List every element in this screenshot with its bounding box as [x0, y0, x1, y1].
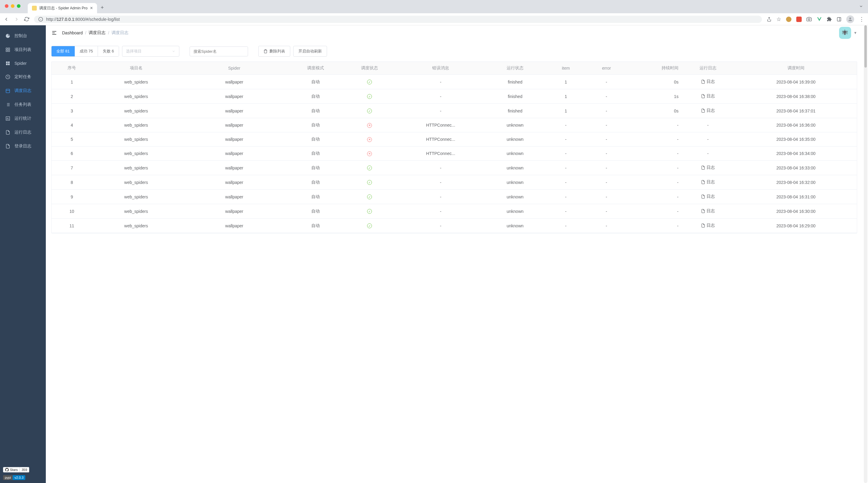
- sidebar-item-label: 运行日志: [14, 130, 31, 135]
- user-avatar-icon[interactable]: 🕷: [839, 27, 851, 39]
- sidebar-item-4[interactable]: 调度日志: [0, 84, 46, 98]
- scrollbar[interactable]: [864, 25, 867, 483]
- auto-refresh-button[interactable]: 开启自动刷新: [293, 46, 327, 57]
- table-row: 2web_spiderswallpaper自动✓-finished1-1s日志2…: [52, 89, 857, 104]
- th-duration: 持续时间: [627, 62, 681, 75]
- status-fail-icon: ✕: [367, 123, 372, 128]
- spider-search-input[interactable]: [190, 47, 248, 56]
- reload-button[interactable]: [24, 17, 29, 22]
- browser-tab[interactable]: 调度日志 - Spider Admin Pro ×: [28, 3, 97, 13]
- svg-point-4: [808, 19, 810, 20]
- th-run-log: 运行日志: [681, 62, 735, 75]
- log-link[interactable]: 日志: [701, 165, 715, 170]
- sidebar-item-label: 控制台: [14, 33, 27, 38]
- status-ok-icon: ✓: [367, 180, 372, 185]
- sidebar-item-6[interactable]: 运行统计: [0, 112, 46, 125]
- pypi-version-badge[interactable]: pypi v2.0.3: [3, 475, 25, 480]
- status-ok-icon: ✓: [367, 109, 372, 113]
- back-button[interactable]: [4, 17, 9, 22]
- th-spider: Spider: [180, 62, 288, 75]
- table-row: 6web_spiderswallpaper自动✕HTTPConnec...unk…: [52, 147, 857, 161]
- share-icon[interactable]: [767, 17, 772, 22]
- svg-rect-8: [6, 48, 7, 50]
- expand-tabs-icon[interactable]: [859, 4, 863, 8]
- svg-rect-9: [8, 48, 10, 50]
- table-row: 5web_spiderswallpaper自动✕HTTPConnec...unk…: [52, 132, 857, 147]
- log-link[interactable]: 日志: [701, 208, 715, 214]
- status-fail-icon: ✕: [367, 137, 372, 142]
- window-minimize-icon[interactable]: [11, 4, 14, 8]
- breadcrumb-item[interactable]: 调度日志: [89, 30, 105, 36]
- log-link[interactable]: 日志: [701, 223, 715, 228]
- sidebar-item-label: 调度日志: [14, 88, 31, 93]
- bookmark-icon[interactable]: ☆: [776, 16, 781, 23]
- svg-rect-14: [6, 64, 7, 65]
- sidebar-item-label: Spider: [14, 61, 27, 66]
- table-row: 8web_spiderswallpaper自动✓-unknown---日志202…: [52, 175, 857, 190]
- window-close-icon[interactable]: [5, 4, 8, 8]
- log-link[interactable]: 日志: [701, 79, 715, 84]
- sidebar-item-8[interactable]: 登录日志: [0, 139, 46, 153]
- sidebar-item-5[interactable]: 任务列表: [0, 98, 46, 112]
- window-maximize-icon[interactable]: [17, 4, 21, 8]
- scrollbar-thumb[interactable]: [864, 25, 867, 67]
- new-tab-button[interactable]: +: [101, 4, 104, 11]
- status-ok-icon: ✓: [367, 209, 372, 214]
- sidebar-item-label: 项目列表: [14, 47, 31, 53]
- log-link[interactable]: 日志: [701, 194, 715, 199]
- sidebar-item-label: 运行统计: [14, 116, 31, 121]
- doc-icon: [5, 144, 11, 149]
- svg-rect-13: [8, 61, 10, 63]
- extension-camera-icon[interactable]: [807, 17, 812, 22]
- log-link[interactable]: 日志: [701, 108, 715, 113]
- favicon-icon: [32, 6, 37, 10]
- sidebar-item-1[interactable]: 项目列表: [0, 43, 46, 57]
- extension-red-icon[interactable]: [796, 17, 802, 22]
- breadcrumb-item-current: 调度日志: [112, 30, 128, 36]
- hamburger-icon[interactable]: [51, 30, 57, 36]
- svg-rect-11: [8, 50, 10, 52]
- breadcrumb-item[interactable]: Dashboard: [62, 30, 83, 35]
- th-status: 调度状态: [342, 62, 397, 75]
- profile-avatar-icon[interactable]: [846, 16, 854, 23]
- th-mode: 调度模式: [288, 62, 343, 75]
- extension-cookie-icon[interactable]: [786, 17, 792, 22]
- log-link[interactable]: 日志: [701, 179, 715, 185]
- project-select[interactable]: 选择项目: [122, 46, 179, 57]
- list-icon: [5, 102, 11, 107]
- th-run-status: 运行状态: [485, 62, 546, 75]
- extension-vue-icon[interactable]: [816, 17, 822, 22]
- github-stars-badge[interactable]: Stars 359: [3, 467, 43, 473]
- sidepanel-icon[interactable]: [837, 17, 841, 22]
- menu-icon[interactable]: ⋮: [859, 16, 864, 23]
- table-row: 9web_spiderswallpaper自动✓-unknown---日志202…: [52, 190, 857, 204]
- sidebar-item-0[interactable]: 控制台: [0, 29, 46, 43]
- site-info-icon[interactable]: [38, 17, 43, 22]
- schedule-log-table: 序号 项目名 Spider 调度模式 调度状态 错误消息 运行状态 item e…: [52, 62, 857, 233]
- sidebar-item-7[interactable]: 运行日志: [0, 125, 46, 139]
- tab-close-icon[interactable]: ×: [90, 5, 93, 11]
- th-project: 项目名: [92, 62, 180, 75]
- delete-list-button[interactable]: 删除列表: [258, 46, 290, 57]
- url-bar[interactable]: http://127.0.0.1:8000/#/schedule-log/lis…: [34, 16, 762, 23]
- th-time: 调度时间: [735, 62, 857, 75]
- chart-icon: [5, 116, 11, 121]
- forward-button[interactable]: [14, 17, 19, 22]
- sidebar: 控制台项目列表Spider定时任务调度日志任务列表运行统计运行日志登录日志 St…: [0, 25, 46, 483]
- extensions-icon[interactable]: [827, 17, 832, 22]
- sidebar-item-2[interactable]: Spider: [0, 57, 46, 70]
- table-row: 3web_spiderswallpaper自动✓-finished1-0s日志2…: [52, 104, 857, 118]
- apps-icon: [5, 61, 11, 66]
- tab-title: 调度日志 - Spider Admin Pro: [39, 6, 87, 11]
- user-dropdown-icon[interactable]: ▼: [854, 31, 857, 35]
- filter-all-button[interactable]: 全部 81: [52, 46, 75, 56]
- sidebar-item-3[interactable]: 定时任务: [0, 70, 46, 84]
- url-text: http://127.0.0.1:8000/#/schedule-log/lis…: [46, 17, 120, 22]
- filter-success-button[interactable]: 成功 75: [75, 46, 98, 56]
- filter-fail-button[interactable]: 失败 6: [98, 46, 119, 56]
- th-seq: 序号: [52, 62, 92, 75]
- doc-icon: [5, 130, 11, 135]
- calendar-icon: [5, 88, 11, 93]
- log-link[interactable]: 日志: [701, 93, 715, 99]
- header-bar: Dashboard / 调度日志 / 调度日志 🕷 ▼: [46, 25, 863, 40]
